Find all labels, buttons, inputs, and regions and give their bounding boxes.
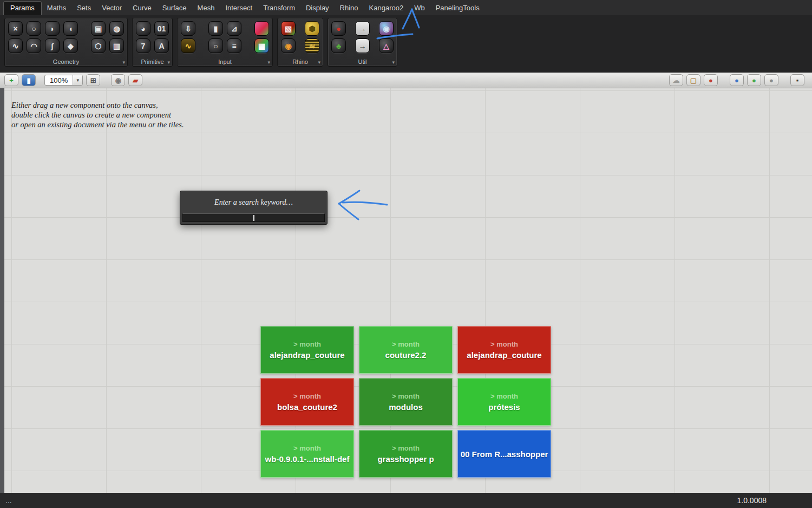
vector-icon[interactable]: ◆: [63, 38, 78, 53]
text-icon[interactable]: A: [154, 38, 169, 53]
preview-button[interactable]: ◉: [111, 74, 125, 86]
recent-file-tile[interactable]: > month modulos: [359, 378, 453, 426]
recent-file-tile[interactable]: > month alejandrap_couture: [260, 326, 354, 374]
tile-folder-label: > month: [293, 340, 321, 348]
package-button[interactable]: ▢: [686, 74, 700, 86]
group-menu-arrow-icon[interactable]: ▾: [122, 60, 125, 65]
recent-file-tile[interactable]: > month couture2.2: [359, 326, 453, 374]
menu-vector[interactable]: Vector: [96, 1, 127, 15]
gray-sphere-button[interactable]: ●: [764, 74, 778, 86]
import-icon[interactable]: ⇩: [181, 21, 195, 36]
new-document-button[interactable]: +: [4, 74, 18, 86]
tile-file-label: wb-0.9.0.1-...nstall-def: [263, 454, 352, 464]
tile-file-label: grasshopper p: [375, 454, 436, 464]
jump-in-arrow-icon[interactable]: →: [355, 38, 370, 53]
galapagos-icon[interactable]: ◉: [379, 21, 394, 36]
mesh-icon[interactable]: ◍: [109, 21, 124, 36]
menu-rhino[interactable]: Rhino: [335, 1, 364, 15]
ribbon-group-input: ⇩ ▮ ⊿ ∿ ○ ≡ ▦ Input ▾: [177, 18, 273, 67]
menu-panelingtools[interactable]: PanelingTools: [430, 1, 485, 15]
group-menu-arrow-icon[interactable]: ▾: [167, 60, 170, 65]
recent-file-tile[interactable]: > month bolsa_couture2: [260, 378, 354, 426]
coin-icon[interactable]: ◕: [136, 21, 150, 36]
tree-icon[interactable]: ♣: [331, 38, 346, 53]
recent-file-tile[interactable]: > month wb-0.9.0.1-...nstall-def: [260, 430, 354, 478]
tile-file-label: bolsa_couture2: [275, 402, 339, 412]
panel-icon[interactable]: ▮: [208, 21, 223, 36]
menu-kangaroo2[interactable]: Kangaroo2: [364, 1, 409, 15]
curve-icon[interactable]: ∿: [8, 38, 23, 53]
group-label-geometry: Geometry: [5, 58, 127, 65]
ribbon-group-primitive: ◕ 01 7 A Primitive ▾: [132, 18, 173, 67]
menu-mesh[interactable]: Mesh: [192, 1, 220, 15]
honeycomb-icon[interactable]: ⬢: [305, 21, 319, 36]
gradient-icon[interactable]: [254, 21, 269, 36]
cylinder-icon[interactable]: ▥: [109, 38, 124, 53]
blue-sphere-button[interactable]: ●: [730, 74, 744, 86]
paint-button[interactable]: ▰: [128, 74, 142, 86]
menu-surface[interactable]: Surface: [157, 1, 192, 15]
torus-icon[interactable]: ◉: [281, 38, 296, 53]
recent-file-tile[interactable]: > month grasshopper p: [359, 430, 453, 478]
circle-icon[interactable]: ○: [27, 21, 41, 36]
group-label-input: Input: [178, 58, 272, 65]
version-label: 1.0.0008: [737, 496, 767, 505]
surface-icon[interactable]: ◗: [45, 21, 60, 36]
arc-icon[interactable]: ◠: [27, 38, 41, 53]
integer-icon[interactable]: 7: [136, 38, 150, 53]
menu-intersect[interactable]: Intersect: [220, 1, 258, 15]
hatch-icon[interactable]: ≋: [305, 38, 319, 53]
search-input[interactable]: [182, 213, 325, 222]
zoom-extents-button[interactable]: ⊞: [86, 74, 100, 86]
ribbon-group-util: ● → ◉ ♣ → △ Util ▾: [328, 18, 397, 67]
flask-icon[interactable]: △: [379, 38, 394, 53]
cloud-button[interactable]: ☁: [669, 74, 683, 86]
group-menu-arrow-icon[interactable]: ▾: [318, 60, 320, 65]
red-sphere-button[interactable]: ●: [704, 74, 718, 86]
canvas-toolbar: + ▮ 100% ▾ ⊞ ◉ ▰ ☁ ▢ ● ● ● ● ▪: [0, 73, 812, 88]
menu-transform[interactable]: Transform: [258, 1, 300, 15]
chevron-down-icon[interactable]: ▾: [73, 75, 82, 85]
tile-folder-label: > month: [490, 392, 518, 400]
box-icon[interactable]: ▣: [91, 21, 106, 36]
tile-file-label: 00 From R...asshopper: [459, 450, 551, 459]
tile-folder-label: > month: [293, 444, 321, 452]
tile-file-label: prótesis: [486, 402, 522, 412]
hint-line: double click the canvas to create a new …: [11, 110, 184, 120]
group-label-primitive: Primitive: [133, 58, 172, 65]
tile-folder-label: > month: [392, 340, 420, 348]
group-menu-arrow-icon[interactable]: ▾: [267, 60, 270, 65]
point-icon[interactable]: ×: [8, 21, 23, 36]
spline-icon[interactable]: ∫: [45, 38, 60, 53]
dark-button[interactable]: ▪: [790, 74, 804, 86]
recent-file-tile[interactable]: 00 From R...asshopper: [457, 430, 551, 478]
material-icon[interactable]: ▧: [281, 21, 296, 36]
menu-wb[interactable]: Wb: [409, 1, 430, 15]
menu-display[interactable]: Display: [300, 1, 335, 15]
jump-out-arrow-icon[interactable]: →: [355, 21, 370, 36]
group-menu-arrow-icon[interactable]: ▾: [392, 60, 395, 65]
cherries-icon[interactable]: ●: [331, 21, 346, 36]
canvas[interactable]: Either drag a new component onto the can…: [0, 88, 812, 493]
group-label-rhino: Rhino: [278, 58, 323, 65]
toggle-icon[interactable]: ○: [208, 38, 223, 53]
text-cursor: [253, 215, 254, 221]
binary-icon[interactable]: 01: [154, 21, 169, 36]
green-sphere-button[interactable]: ●: [747, 74, 761, 86]
hexagon-icon[interactable]: ⬡: [91, 38, 106, 53]
zoom-dropdown[interactable]: 100% ▾: [44, 75, 83, 86]
menu-sets[interactable]: Sets: [71, 1, 96, 15]
recent-file-tile[interactable]: > month prótesis: [457, 378, 551, 426]
swatch-icon[interactable]: ▦: [254, 38, 269, 53]
menu-maths[interactable]: Maths: [42, 1, 71, 15]
menu-params[interactable]: Params: [3, 1, 42, 15]
ribbon-group-rhino: ▧ ⬢ ◉ ≋ Rhino ▾: [277, 18, 323, 67]
zoom-value: 100%: [45, 75, 73, 85]
list-icon[interactable]: ≡: [227, 38, 241, 53]
brep-icon[interactable]: ◖: [63, 21, 78, 36]
graph-mapper-icon[interactable]: ∿: [181, 38, 195, 53]
save-button[interactable]: ▮: [22, 74, 36, 86]
menu-curve[interactable]: Curve: [127, 1, 157, 15]
recent-file-tile[interactable]: > month alejandrap_couture: [457, 326, 551, 374]
sketch-icon[interactable]: ⊿: [227, 21, 241, 36]
